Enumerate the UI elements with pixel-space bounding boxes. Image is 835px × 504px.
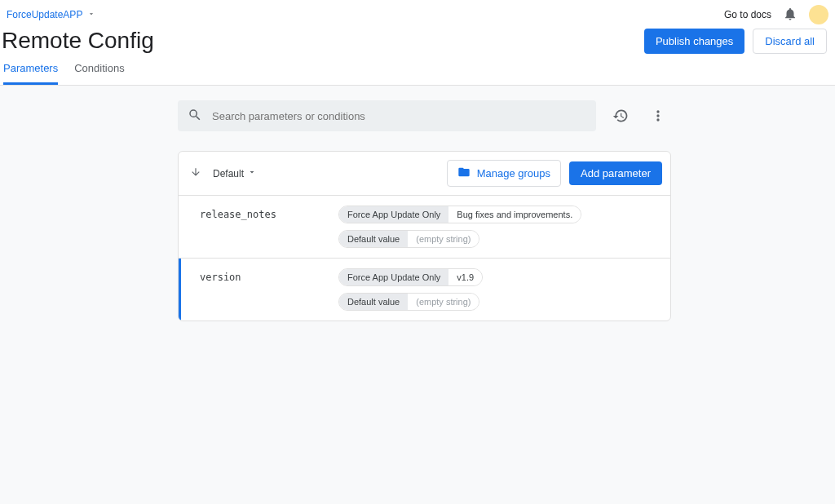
parameter-row[interactable]: release_notesForce App Update OnlyBug fi… [179,196,670,259]
parameter-card: Default Manage groups Add parameter [178,151,671,321]
notifications-icon[interactable] [783,7,797,24]
manage-groups-label: Manage groups [477,167,550,179]
chevron-down-icon [247,167,257,179]
value-condition: Default value [339,294,408,310]
tabs: Parameters Conditions [0,54,835,86]
go-to-docs-link[interactable]: Go to docs [724,9,771,20]
project-name: ForceUpdateAPP [7,9,82,20]
parameter-name: release_notes [200,206,338,248]
value-condition: Default value [339,231,408,247]
manage-groups-button[interactable]: Manage groups [447,160,561,187]
page-title: Remote Config [2,28,154,54]
value-chip: Default value(empty string) [338,293,479,311]
top-right-tools: Go to docs [724,5,828,24]
value-condition: Force App Update Only [339,269,448,285]
search-box[interactable] [178,100,596,131]
chevron-down-icon [87,9,95,20]
sort-label: Default [213,168,244,179]
folder-icon [457,166,471,181]
parameter-values: Force App Update Onlyv1.9Default value(e… [338,268,659,311]
search-input[interactable] [212,110,586,122]
parameter-name: version [200,268,338,311]
tab-parameters[interactable]: Parameters [3,62,58,85]
sort-dropdown[interactable]: Default [213,167,257,179]
value-chip: Force App Update Onlyv1.9 [338,268,483,286]
value-text: (empty string) [408,294,479,310]
discard-all-button[interactable]: Discard all [753,29,827,54]
more-vert-icon[interactable] [645,103,671,129]
tab-conditions[interactable]: Conditions [74,62,124,85]
sort-arrow-icon[interactable] [190,166,201,180]
parameter-values: Force App Update OnlyBug fixes and impro… [338,206,659,248]
value-text: Bug fixes and improvements. [448,206,581,223]
project-switcher[interactable]: ForceUpdateAPP [3,7,99,22]
value-condition: Force App Update Only [339,206,448,223]
publish-changes-button[interactable]: Publish changes [644,29,744,54]
avatar[interactable] [809,5,828,24]
add-parameter-button[interactable]: Add parameter [569,161,662,185]
search-icon [188,108,202,125]
header-actions: Publish changes Discard all [644,29,827,54]
value-chip: Force App Update OnlyBug fixes and impro… [338,206,581,223]
history-icon[interactable] [607,103,634,129]
parameter-row[interactable]: versionForce App Update Onlyv1.9Default … [179,259,670,321]
value-text: (empty string) [408,231,479,247]
value-chip: Default value(empty string) [338,230,479,248]
value-text: v1.9 [448,269,482,285]
